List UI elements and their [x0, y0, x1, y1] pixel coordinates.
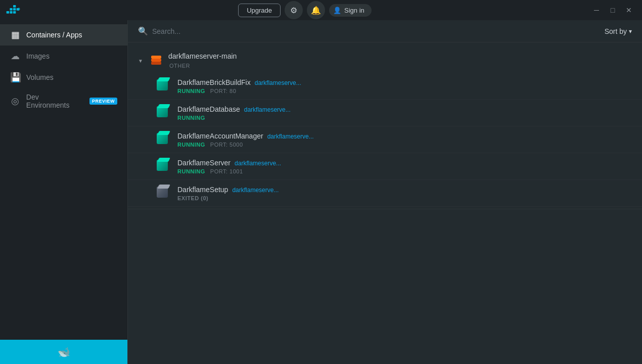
- user-icon: 👤: [333, 7, 341, 14]
- cube-shape: [157, 106, 168, 117]
- container-row[interactable]: DarkflameSetup darkflameserve... EXITED …: [128, 180, 642, 207]
- container-status: RUNNING: [177, 115, 205, 121]
- container-status-row: RUNNING PORT: 1001: [177, 168, 632, 174]
- container-icon: [155, 105, 171, 121]
- group-sub-label: OTHER: [169, 63, 190, 69]
- container-status: EXITED (0): [177, 195, 208, 201]
- window-controls: ─ □ ✕: [589, 3, 636, 17]
- container-status-row: RUNNING PORT: 80: [177, 88, 632, 94]
- container-name-row: DarkflameSetup darkflameserve...: [177, 186, 632, 194]
- container-icon: [155, 185, 171, 201]
- sidebar-item-dev-environments[interactable]: ◎ Dev Environments PREVIEW: [0, 88, 127, 114]
- sort-by-button[interactable]: Sort by ▾: [605, 27, 632, 35]
- whale-icon: 🐋: [58, 346, 70, 358]
- container-port: PORT: 5000: [210, 142, 243, 148]
- minimize-button[interactable]: ─: [589, 3, 604, 17]
- container-icon: [155, 158, 171, 174]
- sidebar-label-volumes: Volumes: [26, 73, 54, 81]
- cube-icon: [157, 187, 170, 200]
- container-rows-container: DarkflameBrickBuildFix darkflameserve...…: [128, 73, 642, 207]
- group-info: darkflameserver-main OTHER: [168, 52, 237, 70]
- cube-icon: [157, 106, 170, 119]
- cube-shape: [157, 133, 168, 144]
- container-port: PORT: 1001: [210, 168, 243, 174]
- container-name: DarkflameDatabase: [177, 105, 240, 113]
- titlebar-left: [6, 5, 20, 15]
- cube-icon: [157, 79, 170, 93]
- container-image: darkflameserve...: [255, 79, 301, 86]
- container-status: RUNNING: [177, 168, 205, 174]
- svg-rect-6: [13, 5, 16, 8]
- container-row[interactable]: DarkflameServer darkflameserve... RUNNIN…: [128, 153, 642, 180]
- sidebar-nav: ▦ Containers / Apps ☁ Images 💾 Volumes ◎…: [0, 20, 127, 340]
- notifications-button[interactable]: 🔔: [307, 1, 325, 19]
- container-status-row: RUNNING: [177, 115, 632, 121]
- search-box: 🔍: [138, 26, 605, 36]
- titlebar: Upgrade ⚙ 🔔 👤 Sign in ─ □ ✕: [0, 0, 642, 20]
- cube-icon: [157, 160, 170, 173]
- bell-icon: 🔔: [311, 6, 321, 15]
- upgrade-button[interactable]: Upgrade: [238, 4, 281, 17]
- container-name: DarkflameBrickBuildFix: [177, 78, 251, 86]
- content-area: 🔍 Sort by ▾ ▼ da: [128, 20, 642, 364]
- container-row[interactable]: DarkflameBrickBuildFix darkflameserve...…: [128, 73, 642, 100]
- container-status-row: EXITED (0): [177, 195, 632, 201]
- cube-shape: [157, 79, 168, 90]
- stack-icon: [150, 55, 162, 67]
- docker-logo-icon: [6, 5, 20, 15]
- dev-env-icon: ◎: [10, 96, 20, 107]
- container-row[interactable]: DarkflameDatabase darkflameserve... RUNN…: [128, 100, 642, 126]
- close-button[interactable]: ✕: [622, 3, 636, 17]
- search-icon: 🔍: [138, 26, 148, 36]
- container-status: RUNNING: [177, 142, 205, 148]
- container-image: darkflameserve...: [235, 160, 281, 167]
- svg-point-7: [18, 10, 19, 11]
- sidebar-label-containers: Containers / Apps: [26, 31, 82, 39]
- container-image: darkflameserve...: [267, 133, 314, 140]
- sidebar-item-volumes[interactable]: 💾 Volumes: [0, 67, 127, 88]
- container-list: ▼ darkflameserver-main OTHER: [128, 42, 642, 364]
- container-info: DarkflameDatabase darkflameserve... RUNN…: [177, 105, 632, 121]
- container-info: DarkflameServer darkflameserve... RUNNIN…: [177, 159, 632, 174]
- container-name-row: DarkflameBrickBuildFix darkflameserve...: [177, 78, 632, 86]
- container-icon: [155, 78, 171, 94]
- main-layout: ▦ Containers / Apps ☁ Images 💾 Volumes ◎…: [0, 20, 642, 364]
- container-name-row: DarkflameAccountManager darkflameserve..…: [177, 132, 632, 140]
- gear-icon: ⚙: [290, 6, 297, 15]
- titlebar-actions: Upgrade ⚙ 🔔 👤 Sign in: [238, 1, 372, 19]
- container-name-row: DarkflameServer darkflameserve...: [177, 159, 632, 167]
- sidebar: ▦ Containers / Apps ☁ Images 💾 Volumes ◎…: [0, 20, 128, 364]
- volumes-icon: 💾: [10, 72, 20, 83]
- container-image: darkflameserve...: [232, 187, 279, 194]
- preview-badge: PREVIEW: [89, 98, 117, 105]
- sidebar-label-dev-env: Dev Environments: [26, 93, 83, 109]
- container-name: DarkflameSetup: [177, 186, 228, 194]
- group-name: darkflameserver-main: [168, 52, 237, 60]
- group-row[interactable]: ▼ darkflameserver-main OTHER: [128, 49, 642, 73]
- images-icon: ☁: [10, 51, 20, 62]
- settings-button[interactable]: ⚙: [285, 1, 303, 19]
- container-image: darkflameserve...: [244, 106, 291, 113]
- container-name-row: DarkflameDatabase darkflameserve...: [177, 105, 632, 113]
- sort-by-label: Sort by: [605, 27, 627, 35]
- container-status-row: RUNNING PORT: 5000: [177, 142, 632, 148]
- container-status: RUNNING: [177, 88, 205, 94]
- sidebar-item-images[interactable]: ☁ Images: [0, 46, 127, 67]
- container-info: DarkflameAccountManager darkflameserve..…: [177, 132, 632, 148]
- maximize-button[interactable]: □: [606, 3, 620, 17]
- divider: [128, 209, 642, 209]
- container-name: DarkflameAccountManager: [177, 132, 263, 140]
- cube-icon: [157, 133, 170, 146]
- sidebar-footer[interactable]: 🐋: [0, 340, 127, 364]
- sidebar-item-containers[interactable]: ▦ Containers / Apps: [0, 24, 127, 46]
- signin-button[interactable]: 👤 Sign in: [329, 4, 372, 17]
- container-icon: [155, 131, 171, 148]
- container-row[interactable]: DarkflameAccountManager darkflameserve..…: [128, 126, 642, 153]
- sidebar-label-images: Images: [26, 52, 50, 60]
- content-header: 🔍 Sort by ▾: [128, 20, 642, 42]
- cube-shape: [157, 160, 168, 171]
- search-input[interactable]: [152, 27, 304, 35]
- svg-rect-3: [10, 8, 12, 11]
- svg-rect-4: [13, 8, 16, 11]
- container-info: DarkflameBrickBuildFix darkflameserve...…: [177, 78, 632, 94]
